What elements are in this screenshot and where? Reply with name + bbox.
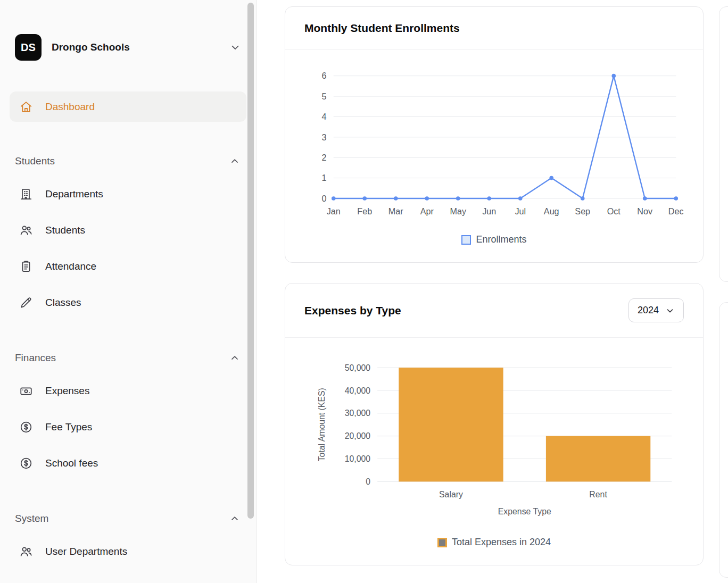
chevron-up-icon — [229, 513, 240, 524]
svg-text:3: 3 — [321, 132, 326, 142]
sidebar-item-label: Students — [45, 224, 85, 236]
people-icon — [19, 223, 33, 237]
sidebar-item-fee-types[interactable]: Fee Types — [10, 411, 246, 443]
sidebar-item-label: Departments — [45, 188, 103, 200]
svg-text:0: 0 — [321, 194, 326, 203]
svg-text:0: 0 — [366, 477, 370, 486]
svg-text:Sep: Sep — [575, 206, 590, 216]
svg-text:1: 1 — [321, 173, 326, 182]
chevron-down-icon — [665, 306, 675, 315]
sidebar: DS Drongo Schools Dashboard Students Dep… — [0, 0, 257, 583]
dollar-circle-icon — [19, 420, 33, 434]
sidebar-item-label: School fees — [45, 457, 98, 469]
svg-text:Jan: Jan — [327, 206, 341, 216]
svg-text:Jul: Jul — [515, 206, 526, 216]
section-label: System — [15, 513, 48, 524]
org-name: Drongo Schools — [52, 41, 219, 53]
sidebar-item-classes[interactable]: Classes — [10, 287, 246, 319]
expenses-chart-area: 010,00020,00030,00040,00050,000Total Amo… — [285, 338, 703, 565]
sidebar-item-label: Classes — [45, 297, 81, 309]
expenses-legend-swatch — [437, 538, 447, 547]
sidebar-item-school-fees[interactable]: School fees — [10, 447, 246, 479]
svg-text:Feb: Feb — [357, 206, 372, 216]
year-filter-value: 2024 — [638, 305, 659, 316]
enrollments-legend[interactable]: Enrollments — [299, 234, 689, 249]
section-label: Finances — [15, 352, 56, 364]
expenses-legend[interactable]: Total Expenses in 2024 — [299, 537, 689, 552]
enrollments-card-title: Monthly Student Enrollments — [304, 22, 460, 35]
main-content: Monthly Student Enrollments 0123456JanFe… — [257, 0, 728, 583]
home-icon — [19, 100, 33, 114]
sidebar-item-attendance[interactable]: Attendance — [10, 251, 246, 282]
sidebar-item-departments[interactable]: Departments — [10, 178, 246, 210]
chevron-down-icon — [229, 41, 241, 53]
expenses-bar-chart: 010,00020,00030,00040,00050,000Total Amo… — [299, 351, 689, 531]
sidebar-item-label: User Departments — [45, 546, 127, 557]
svg-text:Expense Type: Expense Type — [498, 507, 551, 516]
org-logo: DS — [15, 34, 42, 61]
svg-text:5: 5 — [321, 91, 326, 101]
sidebar-item-user-departments[interactable]: User Departments — [10, 536, 246, 568]
svg-text:Total Amount (KES): Total Amount (KES) — [317, 388, 326, 461]
clipboard-icon — [19, 260, 33, 273]
section-header-students[interactable]: Students — [15, 154, 241, 169]
dollar-circle-icon — [19, 456, 33, 470]
svg-text:May: May — [450, 206, 466, 216]
svg-text:Apr: Apr — [420, 206, 434, 216]
sidebar-item-dashboard[interactable]: Dashboard — [10, 91, 246, 122]
svg-text:10,000: 10,000 — [345, 454, 371, 463]
section-label: Students — [15, 155, 55, 167]
expenses-card: Expenses by Type 2024 010,00020,00030,00… — [285, 283, 704, 565]
expenses-legend-label: Total Expenses in 2024 — [452, 537, 551, 548]
sidebar-item-label: Expenses — [45, 385, 89, 397]
svg-text:Jun: Jun — [482, 206, 496, 216]
expenses-card-header: Expenses by Type 2024 — [285, 284, 703, 338]
sidebar-item-label: Fee Types — [45, 421, 92, 433]
partial-card-right-top — [719, 6, 728, 282]
building-icon — [19, 187, 33, 201]
year-filter-select[interactable]: 2024 — [628, 298, 684, 322]
sidebar-item-expenses[interactable]: Expenses — [10, 375, 246, 407]
enrollments-legend-swatch — [461, 235, 471, 245]
sidebar-item-students[interactable]: Students — [10, 214, 246, 246]
enrollments-card: Monthly Student Enrollments 0123456JanFe… — [285, 6, 704, 263]
section-header-system[interactable]: System — [15, 511, 241, 526]
enrollments-legend-label: Enrollments — [476, 234, 526, 245]
section-header-finances[interactable]: Finances — [15, 351, 241, 365]
chevron-up-icon — [229, 353, 240, 363]
svg-text:Rent: Rent — [589, 490, 607, 499]
svg-text:Oct: Oct — [607, 206, 621, 216]
sidebar-item-label: Attendance — [45, 261, 96, 272]
pencil-icon — [19, 296, 33, 310]
partial-card-right-bottom — [719, 302, 728, 578]
svg-text:Mar: Mar — [388, 206, 403, 216]
sidebar-item-label: Dashboard — [45, 101, 95, 113]
svg-text:Dec: Dec — [668, 206, 684, 216]
svg-text:40,000: 40,000 — [345, 386, 371, 395]
sidebar-scrollbar[interactable] — [247, 3, 254, 519]
svg-text:4: 4 — [321, 112, 326, 121]
svg-text:2: 2 — [321, 153, 326, 162]
svg-text:Aug: Aug — [544, 206, 559, 216]
svg-text:50,000: 50,000 — [345, 363, 371, 372]
banknote-icon — [19, 384, 33, 398]
chevron-up-icon — [229, 156, 240, 166]
enrollments-chart-area: 0123456JanFebMarAprMayJunJulAugSepOctNov… — [285, 50, 703, 262]
svg-text:Salary: Salary — [439, 490, 463, 499]
svg-text:6: 6 — [321, 71, 326, 80]
expenses-card-title: Expenses by Type — [304, 304, 401, 317]
people-icon — [19, 545, 33, 559]
enrollments-line-chart: 0123456JanFebMarAprMayJunJulAugSepOctNov… — [299, 63, 689, 229]
svg-text:Nov: Nov — [637, 206, 653, 216]
svg-text:30,000: 30,000 — [345, 409, 371, 418]
svg-text:20,000: 20,000 — [345, 431, 371, 440]
org-switcher[interactable]: DS Drongo Schools — [15, 34, 241, 61]
enrollments-card-header: Monthly Student Enrollments — [285, 7, 703, 50]
